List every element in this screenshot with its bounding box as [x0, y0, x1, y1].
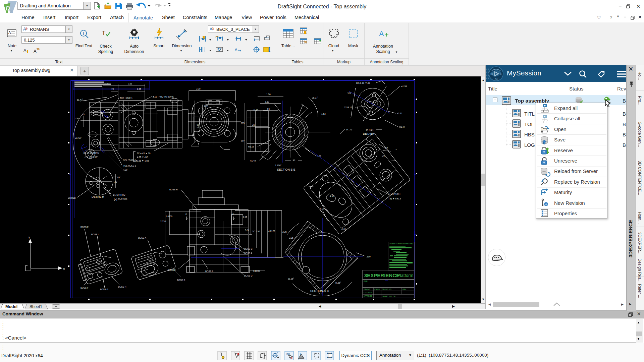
svg-text:8X ø .11 ▼.38: 8X ø .11 ▼.38 — [356, 82, 370, 84]
svg-text:CHK.D: CHK.D — [374, 288, 380, 290]
svg-text:1.50: 1.50 — [266, 93, 271, 96]
svg-text:A: A — [379, 29, 384, 38]
svg-text:61.47°: 61.47° — [77, 99, 83, 101]
svg-text:BOSS H: BOSS H — [169, 188, 178, 191]
svg-text:UNLESS OTHERWISE SPECIFIED: UNLESS OTHERWISE SPECIFIED — [389, 242, 413, 245]
svg-text:R.14: R.14 — [254, 109, 258, 111]
svg-text:ø1.43 THRU: ø1.43 THRU — [388, 193, 400, 195]
svg-text:165: 165 — [241, 122, 245, 124]
svg-text:D: D — [6, 5, 10, 12]
svg-text:REV.: REV. — [402, 288, 407, 290]
svg-text:DRAWN NO: DRAWN NO — [382, 288, 391, 290]
svg-text:1.55: 1.55 — [137, 88, 141, 90]
svg-text:1.936°: 1.936° — [275, 164, 281, 167]
svg-text:3D: 3D — [490, 73, 493, 75]
svg-text:3EXPERIENCE: 3EXPERIENCE — [364, 273, 399, 278]
svg-text:.79: .79 — [385, 146, 388, 149]
svg-text:.29: .29 — [382, 155, 385, 157]
svg-text:4X R.84: 4X R.84 — [366, 129, 374, 131]
svg-text:A: A — [23, 48, 26, 53]
svg-text:E: E — [185, 213, 187, 216]
svg-text:2.730: 2.730 — [160, 220, 166, 223]
svg-text:E: E — [232, 213, 234, 216]
svg-text:SECTION G-G: SECTION G-G — [310, 289, 329, 293]
svg-text:B.25: B.25 — [320, 207, 325, 210]
svg-text:45: 45 — [252, 124, 255, 126]
svg-text:BOSS G: BOSS G — [100, 288, 108, 291]
svg-text:Y: Y — [28, 236, 30, 239]
svg-text:BOSS H: BOSS H — [118, 286, 126, 288]
svg-text:40.96°: 40.96° — [75, 137, 82, 139]
svg-text:.83: .83 — [292, 159, 295, 162]
svg-text:ø.11 THRU TO BORE: ø.11 THRU TO BORE — [153, 96, 174, 98]
svg-text:1.41: 1.41 — [105, 82, 110, 85]
svg-text:BOSS F: BOSS F — [80, 287, 89, 289]
svg-text:BOSS F: BOSS F — [205, 270, 213, 273]
svg-text:28.07°: 28.07° — [312, 97, 318, 99]
svg-text:R3.47: R3.47 — [399, 126, 405, 128]
svg-text:↗: ↗ — [395, 148, 397, 150]
svg-text:.53: .53 — [82, 113, 85, 116]
svg-text:Model: Model — [5, 304, 17, 309]
svg-text:4.6122: 4.6122 — [268, 230, 275, 232]
svg-text:CHECKED: CHECKED — [364, 292, 372, 294]
svg-text:SECTION E-E: SECTION E-E — [277, 168, 296, 171]
svg-text:2X R.17: 2X R.17 — [344, 106, 352, 109]
svg-text:DRAWN: DRAWN — [364, 288, 370, 290]
svg-text:.55: .55 — [267, 108, 270, 110]
svg-text:2C 1.56: 2C 1.56 — [252, 230, 260, 233]
svg-text:⎣ø} 26-B7018: ⎣ø} 26-B7018 — [114, 198, 127, 201]
svg-text:.70: .70 — [111, 88, 114, 90]
svg-text:X: X — [63, 267, 65, 271]
svg-text:R.39: R.39 — [123, 169, 127, 171]
svg-text:.49: .49 — [114, 181, 117, 183]
svg-text:ø0.86 ▼-1.65: ø0.86 ▼-1.65 — [136, 160, 149, 162]
svg-text:3.11: 3.11 — [128, 82, 132, 85]
svg-text:SHEET NO. OF: SHEET NO. OF — [382, 295, 395, 297]
svg-text:2C ø.43 ▼.10: 2C ø.43 ▼.10 — [137, 152, 151, 155]
svg-text:2.25: 2.25 — [282, 231, 287, 233]
svg-text:A: A — [235, 48, 237, 52]
svg-text:TOE HOLE 1: TOE HOLE 1 — [120, 97, 133, 99]
svg-text:BOSS A: BOSS A — [244, 252, 253, 254]
svg-text:E: E — [286, 353, 288, 355]
svg-text:8L86°: 8L86° — [335, 282, 341, 284]
svg-text:BOSS I: BOSS I — [91, 233, 99, 236]
svg-text:ø2.31: ø2.31 — [397, 112, 402, 115]
svg-text:Platform: Platform — [397, 273, 413, 278]
svg-text:1.30: 1.30 — [74, 117, 79, 120]
svg-text:BOSS D: BOSS D — [244, 275, 253, 277]
svg-text:ø.75 ▼-.62: ø.75 ▼-.62 — [137, 156, 148, 158]
svg-text:T: T — [82, 31, 85, 36]
svg-text:.373: .373 — [347, 92, 351, 95]
svg-text:A: A — [34, 49, 37, 54]
svg-text:7.8: 7.8 — [495, 78, 498, 80]
svg-text:S: S — [500, 73, 501, 75]
svg-text:2.95: 2.95 — [243, 216, 247, 218]
svg-text:177: 177 — [241, 140, 245, 142]
svg-text:.98: .98 — [117, 176, 120, 179]
svg-text:2X .75: 2X .75 — [346, 128, 352, 131]
svg-text:4.95: 4.95 — [330, 195, 334, 197]
svg-text:2.25: 2.25 — [196, 87, 201, 90]
svg-text:TOE HOLE 3: TOE HOLE 3 — [123, 165, 136, 167]
svg-text:T: T — [102, 30, 105, 36]
svg-text:1.44: 1.44 — [204, 105, 208, 107]
svg-text:◇ ø .23 X 92°: ◇ ø .23 X 92° — [85, 156, 98, 158]
svg-text:.150: .150 — [366, 255, 371, 258]
svg-text:BOSS B: BOSS B — [177, 279, 185, 281]
svg-text:R1.19: R1.19 — [248, 145, 254, 148]
svg-text:A: A — [8, 31, 11, 35]
svg-text:ø1.99: ø1.99 — [401, 85, 407, 87]
svg-text:DETAIL F: DETAIL F — [363, 132, 375, 135]
svg-text:8X ø1.25 THRU: 8X ø1.25 THRU — [84, 152, 99, 154]
svg-text:R1.49: R1.49 — [250, 160, 256, 162]
svg-text:Sheet1: Sheet1 — [30, 304, 42, 309]
svg-text:2.35: 2.35 — [289, 237, 293, 239]
svg-text:APPROVED: APPROVED — [364, 295, 373, 297]
svg-text:1.63: 1.63 — [321, 113, 326, 115]
svg-text:BOSS C: BOSS C — [244, 248, 253, 250]
svg-text:⎣ø} ▼4 ø0.3: ⎣ø} ▼4 ø0.3 — [389, 197, 401, 200]
svg-text:BOSS E: BOSS E — [80, 226, 89, 228]
svg-text:4.70: 4.70 — [245, 229, 249, 231]
